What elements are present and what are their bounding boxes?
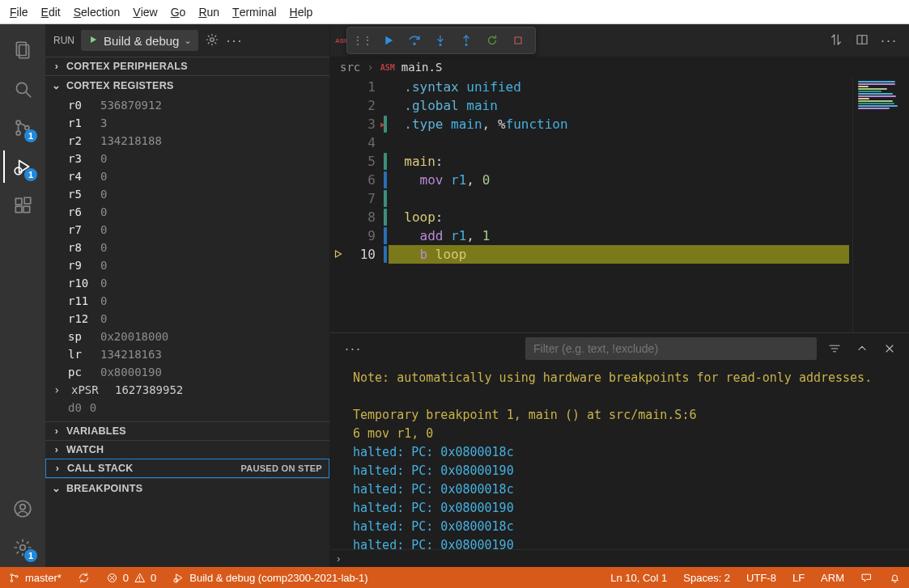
- code-line[interactable]: b loop: [389, 245, 852, 264]
- menu-go[interactable]: Go: [164, 0, 193, 23]
- debug-badge: 1: [24, 168, 37, 181]
- split-editor-icon[interactable]: [855, 32, 869, 49]
- menu-selection[interactable]: Selection: [67, 0, 127, 23]
- section-cortex-peripherals[interactable]: › CORTEX PERIPHERALS: [45, 57, 329, 75]
- status-cursor[interactable]: Ln 10, Col 1: [602, 567, 675, 588]
- section-callstack[interactable]: › CALL STACK PAUSED ON STEP: [45, 459, 329, 478]
- register-value: 0x8000190: [100, 366, 162, 379]
- status-sync[interactable]: [70, 567, 98, 588]
- register-row[interactable]: sp0x20018000: [45, 328, 329, 345]
- code-line[interactable]: .syntax unified: [389, 78, 852, 96]
- status-task[interactable]: Build & debug (comp2300-2021-lab-1): [164, 567, 376, 588]
- panel-more-icon[interactable]: ···: [345, 341, 362, 357]
- status-eol[interactable]: LF: [784, 567, 813, 588]
- code-editor[interactable]: 12345678910 .syntax unified .global main…: [330, 78, 909, 332]
- activity-extensions-icon[interactable]: [3, 186, 42, 225]
- debug-console[interactable]: Note: automatically using hardware break…: [330, 364, 909, 549]
- activity-debug-icon[interactable]: 1: [3, 147, 42, 186]
- register-row[interactable]: lr134218163: [45, 345, 329, 363]
- register-row[interactable]: r110: [45, 292, 329, 310]
- line-number[interactable]: 9: [330, 226, 376, 245]
- register-row[interactable]: r90: [45, 256, 329, 274]
- register-row[interactable]: pc0x8000190: [45, 363, 329, 381]
- line-number[interactable]: 6: [330, 171, 376, 189]
- line-number[interactable]: 5: [330, 152, 376, 171]
- status-spaces[interactable]: Spaces: 2: [675, 567, 738, 588]
- code-line[interactable]: [389, 133, 852, 152]
- line-number[interactable]: 2: [330, 96, 376, 115]
- menu-help[interactable]: Help: [283, 0, 320, 23]
- menu-file[interactable]: File: [3, 0, 35, 23]
- close-panel-icon[interactable]: [880, 342, 899, 355]
- code-area[interactable]: .syntax unified .global main .type main,…: [389, 78, 909, 332]
- register-row[interactable]: r70: [45, 221, 329, 239]
- activity-explorer-icon[interactable]: [3, 31, 42, 70]
- register-row[interactable]: r13: [45, 114, 329, 132]
- register-row[interactable]: r120: [45, 310, 329, 328]
- continue-button[interactable]: [376, 28, 401, 53]
- register-row[interactable]: r2134218188: [45, 132, 329, 150]
- section-breakpoints[interactable]: ⌄ BREAKPOINTS: [45, 478, 329, 497]
- breadcrumb-file[interactable]: main.S: [401, 61, 443, 74]
- activity-scm-icon[interactable]: 1: [3, 108, 42, 147]
- stop-button[interactable]: [506, 28, 530, 53]
- collapse-panel-icon[interactable]: [852, 342, 872, 355]
- register-d0[interactable]: d00: [45, 399, 329, 417]
- code-line[interactable]: .type main, %function: [389, 115, 852, 133]
- more-icon[interactable]: ···: [881, 32, 898, 49]
- status-feedback-icon[interactable]: [852, 567, 881, 588]
- drag-grip-icon[interactable]: ⋮⋮: [352, 34, 372, 47]
- step-out-button[interactable]: [454, 28, 478, 53]
- menu-view[interactable]: View: [126, 0, 164, 23]
- breadcrumbs[interactable]: src › ASM main.S: [330, 57, 909, 78]
- more-icon[interactable]: ···: [226, 32, 243, 49]
- status-encoding[interactable]: UTF-8: [738, 567, 784, 588]
- code-line[interactable]: [389, 189, 852, 208]
- activity-settings-icon[interactable]: 1: [3, 528, 42, 567]
- register-row[interactable]: r30: [45, 150, 329, 167]
- section-header[interactable]: ⌄ CORTEX REGISTERS: [45, 76, 329, 95]
- line-number[interactable]: 3: [330, 115, 376, 133]
- activity-account-icon[interactable]: [3, 489, 42, 528]
- register-row[interactable]: r100: [45, 274, 329, 292]
- code-line[interactable]: loop:: [389, 208, 852, 226]
- activity-search-icon[interactable]: [3, 70, 42, 108]
- panel-filter-input[interactable]: [525, 337, 817, 360]
- register-row[interactable]: r0536870912: [45, 96, 329, 114]
- line-number[interactable]: 7: [330, 189, 376, 208]
- code-line[interactable]: .global main: [389, 96, 852, 115]
- register-row[interactable]: r60: [45, 203, 329, 221]
- line-number[interactable]: 4: [330, 133, 376, 152]
- settings-badge: 1: [24, 549, 37, 562]
- line-number[interactable]: 8: [330, 208, 376, 226]
- section-watch[interactable]: › WATCH: [45, 440, 329, 459]
- menu-run[interactable]: Run: [192, 0, 226, 23]
- register-row[interactable]: r80: [45, 239, 329, 256]
- register-row[interactable]: r40: [45, 167, 329, 185]
- menu-edit[interactable]: Edit: [35, 0, 67, 23]
- breadcrumb-folder[interactable]: src: [340, 61, 360, 74]
- step-into-button[interactable]: [428, 28, 452, 53]
- restart-button[interactable]: [480, 28, 504, 53]
- debug-settings-icon[interactable]: [205, 32, 219, 49]
- debug-config-selector[interactable]: Build & debug ⌄: [81, 30, 198, 51]
- status-bell-icon[interactable]: [881, 567, 909, 588]
- status-language[interactable]: ARM: [813, 567, 852, 588]
- section-variables[interactable]: › VARIABLES: [45, 421, 329, 440]
- status-branch[interactable]: master*: [0, 567, 70, 588]
- minimap[interactable]: [852, 78, 909, 332]
- line-number[interactable]: 1: [330, 78, 376, 96]
- status-problems[interactable]: 0 0: [98, 567, 164, 588]
- code-line[interactable]: add r1, 1: [389, 226, 852, 245]
- code-line[interactable]: mov r1, 0: [389, 171, 852, 189]
- chevron-right-icon[interactable]: ›: [337, 552, 340, 565]
- compare-icon[interactable]: [829, 32, 843, 49]
- step-over-button[interactable]: [402, 28, 427, 53]
- filter-icon[interactable]: [825, 341, 844, 356]
- register-row[interactable]: r50: [45, 185, 329, 203]
- register-xpsr[interactable]: ›xPSR1627389952: [45, 381, 329, 399]
- debug-toolbar[interactable]: ⋮⋮: [346, 27, 536, 54]
- code-line[interactable]: main:: [389, 152, 852, 171]
- register-name: r10: [68, 277, 92, 290]
- menu-terminal[interactable]: Terminal: [226, 0, 282, 23]
